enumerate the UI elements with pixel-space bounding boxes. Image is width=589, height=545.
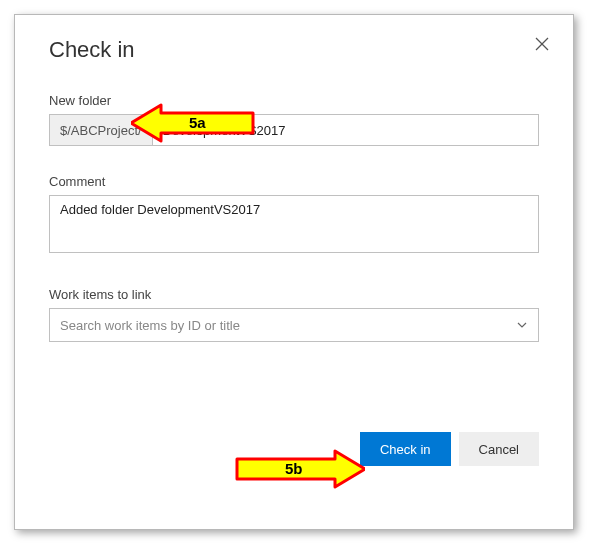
- folder-path-prefix: $/ABCProject/: [50, 115, 153, 145]
- comment-label: Comment: [49, 174, 539, 189]
- checkin-button[interactable]: Check in: [360, 432, 451, 466]
- checkin-dialog: Check in New folder $/ABCProject/ Commen…: [14, 14, 574, 530]
- workitems-placeholder: Search work items by ID or title: [60, 318, 240, 333]
- workitems-label: Work items to link: [49, 287, 539, 302]
- workitems-dropdown[interactable]: Search work items by ID or title: [49, 308, 539, 342]
- close-button[interactable]: [535, 35, 549, 56]
- comment-input[interactable]: [49, 195, 539, 253]
- cancel-button[interactable]: Cancel: [459, 432, 539, 466]
- folder-name-input[interactable]: [153, 115, 538, 145]
- close-icon: [535, 37, 549, 51]
- dialog-title: Check in: [49, 37, 539, 63]
- new-folder-label: New folder: [49, 93, 539, 108]
- folder-path-row: $/ABCProject/: [49, 114, 539, 146]
- chevron-down-icon: [516, 319, 528, 331]
- dialog-button-row: Check in Cancel: [49, 432, 539, 466]
